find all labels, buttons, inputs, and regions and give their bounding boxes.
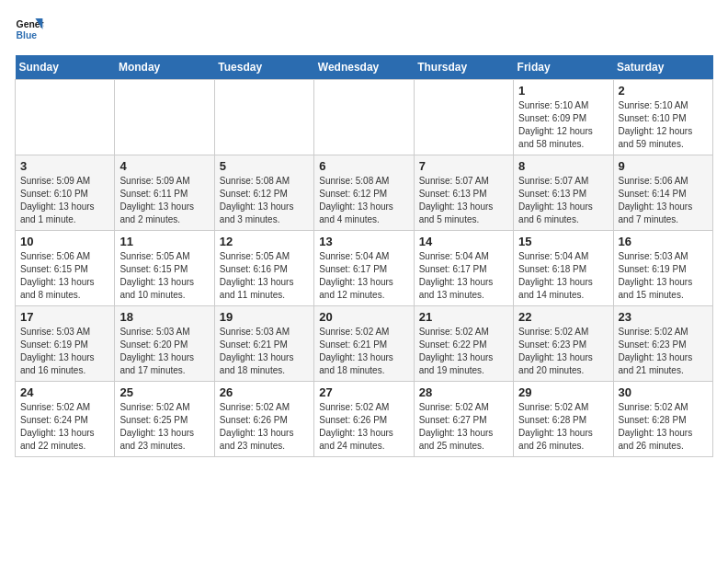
day-info: Sunrise: 5:02 AM Sunset: 6:23 PM Dayligh…: [518, 326, 608, 377]
day-number: 17: [20, 310, 109, 324]
calendar-cell: 13Sunrise: 5:04 AM Sunset: 6:17 PM Dayli…: [314, 231, 414, 306]
calendar-cell: [314, 80, 414, 155]
day-number: 16: [619, 235, 708, 248]
day-number: 8: [518, 159, 608, 173]
day-info: Sunrise: 5:03 AM Sunset: 6:19 PM Dayligh…: [619, 250, 708, 302]
calendar-cell: 11Sunrise: 5:05 AM Sunset: 6:15 PM Dayli…: [115, 231, 214, 306]
day-number: 25: [119, 385, 209, 399]
calendar-cell: 27Sunrise: 5:02 AM Sunset: 6:26 PM Dayli…: [314, 382, 414, 457]
day-number: 18: [119, 310, 209, 324]
day-info: Sunrise: 5:03 AM Sunset: 6:21 PM Dayligh…: [220, 326, 309, 377]
logo: General Blue: [15, 15, 44, 44]
calendar-week-row: 1Sunrise: 5:10 AM Sunset: 6:09 PM Daylig…: [16, 80, 713, 155]
day-info: Sunrise: 5:02 AM Sunset: 6:28 PM Dayligh…: [518, 401, 608, 453]
day-info: Sunrise: 5:08 AM Sunset: 6:12 PM Dayligh…: [319, 175, 408, 226]
calendar-cell: 4Sunrise: 5:09 AM Sunset: 6:11 PM Daylig…: [115, 155, 214, 231]
day-info: Sunrise: 5:03 AM Sunset: 6:20 PM Dayligh…: [119, 326, 209, 377]
day-number: 22: [518, 310, 608, 324]
day-info: Sunrise: 5:09 AM Sunset: 6:11 PM Dayligh…: [119, 175, 209, 226]
calendar-cell: 21Sunrise: 5:02 AM Sunset: 6:22 PM Dayli…: [414, 306, 513, 382]
calendar-week-row: 24Sunrise: 5:02 AM Sunset: 6:24 PM Dayli…: [16, 382, 713, 457]
weekday-header: Saturday: [613, 55, 712, 80]
calendar-cell: 24Sunrise: 5:02 AM Sunset: 6:24 PM Dayli…: [16, 382, 115, 457]
day-info: Sunrise: 5:02 AM Sunset: 6:25 PM Dayligh…: [119, 401, 209, 453]
calendar-cell: 19Sunrise: 5:03 AM Sunset: 6:21 PM Dayli…: [214, 306, 313, 382]
calendar-cell: 1Sunrise: 5:10 AM Sunset: 6:09 PM Daylig…: [514, 80, 613, 155]
calendar-cell: [414, 80, 513, 155]
day-info: Sunrise: 5:02 AM Sunset: 6:24 PM Dayligh…: [20, 401, 109, 453]
day-info: Sunrise: 5:02 AM Sunset: 6:26 PM Dayligh…: [220, 401, 309, 453]
weekday-header: Tuesday: [214, 55, 313, 80]
calendar-week-row: 17Sunrise: 5:03 AM Sunset: 6:19 PM Dayli…: [16, 306, 713, 382]
day-number: 20: [319, 310, 408, 324]
day-info: Sunrise: 5:02 AM Sunset: 6:27 PM Dayligh…: [419, 401, 508, 453]
calendar-cell: 22Sunrise: 5:02 AM Sunset: 6:23 PM Dayli…: [514, 306, 613, 382]
day-info: Sunrise: 5:05 AM Sunset: 6:15 PM Dayligh…: [119, 250, 209, 302]
calendar-cell: 16Sunrise: 5:03 AM Sunset: 6:19 PM Dayli…: [613, 231, 712, 306]
calendar-cell: [16, 80, 115, 155]
day-info: Sunrise: 5:02 AM Sunset: 6:22 PM Dayligh…: [419, 326, 508, 377]
day-info: Sunrise: 5:04 AM Sunset: 6:17 PM Dayligh…: [319, 250, 408, 302]
calendar-cell: 9Sunrise: 5:06 AM Sunset: 6:14 PM Daylig…: [613, 155, 712, 231]
weekday-header: Friday: [514, 55, 613, 80]
weekday-header: Wednesday: [314, 55, 414, 80]
day-info: Sunrise: 5:02 AM Sunset: 6:21 PM Dayligh…: [319, 326, 408, 377]
day-info: Sunrise: 5:06 AM Sunset: 6:15 PM Dayligh…: [20, 250, 109, 302]
calendar-table: SundayMondayTuesdayWednesdayThursdayFrid…: [15, 55, 713, 457]
day-number: 12: [220, 235, 309, 248]
day-number: 19: [220, 310, 309, 324]
calendar-week-row: 3Sunrise: 5:09 AM Sunset: 6:10 PM Daylig…: [16, 155, 713, 231]
calendar-cell: 23Sunrise: 5:02 AM Sunset: 6:23 PM Dayli…: [613, 306, 712, 382]
weekday-header: Sunday: [16, 55, 115, 80]
svg-text:Blue: Blue: [17, 30, 38, 40]
day-number: 3: [20, 159, 109, 173]
day-info: Sunrise: 5:03 AM Sunset: 6:19 PM Dayligh…: [20, 326, 109, 377]
day-number: 28: [419, 385, 508, 399]
day-info: Sunrise: 5:02 AM Sunset: 6:23 PM Dayligh…: [619, 326, 708, 377]
day-number: 7: [419, 159, 508, 173]
logo-icon: General Blue: [15, 15, 44, 44]
day-info: Sunrise: 5:10 AM Sunset: 6:10 PM Dayligh…: [619, 99, 708, 151]
day-info: Sunrise: 5:08 AM Sunset: 6:12 PM Dayligh…: [220, 175, 309, 226]
calendar-cell: 12Sunrise: 5:05 AM Sunset: 6:16 PM Dayli…: [214, 231, 313, 306]
calendar-cell: 15Sunrise: 5:04 AM Sunset: 6:18 PM Dayli…: [514, 231, 613, 306]
calendar-cell: 20Sunrise: 5:02 AM Sunset: 6:21 PM Dayli…: [314, 306, 414, 382]
day-number: 14: [419, 235, 508, 248]
calendar-cell: [214, 80, 313, 155]
day-number: 13: [319, 235, 408, 248]
weekday-header: Thursday: [414, 55, 513, 80]
day-number: 5: [220, 159, 309, 173]
calendar-cell: 18Sunrise: 5:03 AM Sunset: 6:20 PM Dayli…: [115, 306, 214, 382]
day-number: 24: [20, 385, 109, 399]
day-number: 23: [619, 310, 708, 324]
header: General Blue: [15, 15, 713, 44]
calendar-cell: 25Sunrise: 5:02 AM Sunset: 6:25 PM Dayli…: [115, 382, 214, 457]
day-info: Sunrise: 5:04 AM Sunset: 6:18 PM Dayligh…: [518, 250, 608, 302]
weekday-header-row: SundayMondayTuesdayWednesdayThursdayFrid…: [16, 55, 713, 80]
day-number: 15: [518, 235, 608, 248]
day-number: 11: [119, 235, 209, 248]
day-number: 29: [518, 385, 608, 399]
day-info: Sunrise: 5:02 AM Sunset: 6:28 PM Dayligh…: [619, 401, 708, 453]
calendar-cell: 29Sunrise: 5:02 AM Sunset: 6:28 PM Dayli…: [514, 382, 613, 457]
day-number: 30: [619, 385, 708, 399]
day-number: 21: [419, 310, 508, 324]
calendar-week-row: 10Sunrise: 5:06 AM Sunset: 6:15 PM Dayli…: [16, 231, 713, 306]
day-number: 27: [319, 385, 408, 399]
calendar-cell: 7Sunrise: 5:07 AM Sunset: 6:13 PM Daylig…: [414, 155, 513, 231]
day-info: Sunrise: 5:04 AM Sunset: 6:17 PM Dayligh…: [419, 250, 508, 302]
day-number: 9: [619, 159, 708, 173]
day-info: Sunrise: 5:07 AM Sunset: 6:13 PM Dayligh…: [518, 175, 608, 226]
calendar-cell: 10Sunrise: 5:06 AM Sunset: 6:15 PM Dayli…: [16, 231, 115, 306]
day-info: Sunrise: 5:02 AM Sunset: 6:26 PM Dayligh…: [319, 401, 408, 453]
weekday-header: Monday: [115, 55, 214, 80]
day-number: 2: [619, 84, 708, 98]
calendar-cell: 8Sunrise: 5:07 AM Sunset: 6:13 PM Daylig…: [514, 155, 613, 231]
calendar-cell: 14Sunrise: 5:04 AM Sunset: 6:17 PM Dayli…: [414, 231, 513, 306]
calendar-cell: 17Sunrise: 5:03 AM Sunset: 6:19 PM Dayli…: [16, 306, 115, 382]
calendar-cell: 26Sunrise: 5:02 AM Sunset: 6:26 PM Dayli…: [214, 382, 313, 457]
day-number: 1: [518, 84, 608, 98]
calendar-cell: 3Sunrise: 5:09 AM Sunset: 6:10 PM Daylig…: [16, 155, 115, 231]
day-number: 10: [20, 235, 109, 248]
day-number: 26: [220, 385, 309, 399]
